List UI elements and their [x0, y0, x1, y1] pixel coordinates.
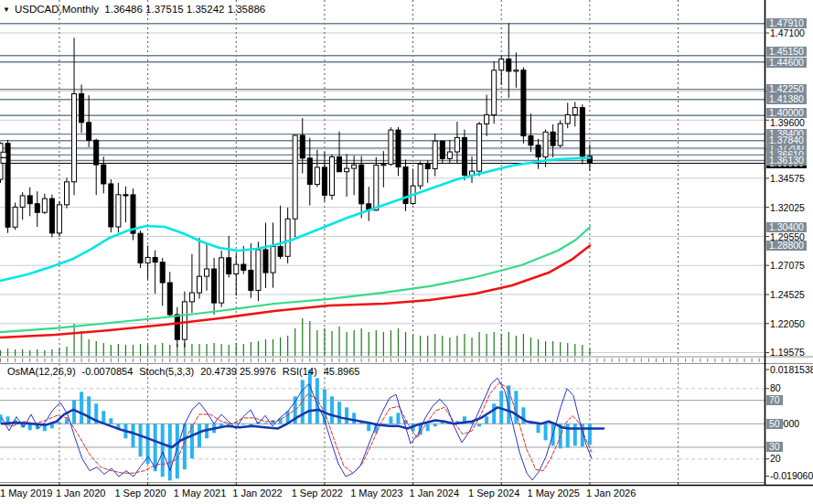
chart-canvas[interactable] — [0, 0, 813, 504]
date-label: 1 May 2019 — [0, 488, 52, 499]
price-badge: 1.36130 — [766, 155, 807, 166]
osma-bar — [477, 424, 481, 426]
osma-bar — [588, 424, 592, 445]
candle-body — [64, 182, 69, 205]
time-axis[interactable]: 1 May 20191 Jan 20201 Sep 20201 May 2021… — [0, 488, 813, 502]
date-label: 1 Jan 2024 — [410, 488, 459, 499]
candle-body — [145, 257, 150, 263]
candle-body — [219, 258, 224, 303]
candle-body — [57, 205, 61, 233]
osma-bar — [345, 407, 348, 424]
osma-bar — [131, 424, 134, 447]
rsi-value: 45.8965 — [324, 366, 360, 377]
price-scale-axis[interactable]: 1.471001.396001.345751.320251.295501.270… — [765, 0, 813, 485]
osma-bar — [154, 424, 157, 471]
candle-body — [167, 283, 172, 315]
candle-body — [205, 269, 209, 276]
osma-bar — [507, 385, 510, 424]
osma-bar — [492, 403, 496, 424]
indicator-labels-row: OsMA(12,26,9)-0.0070854Stoch(5,3,3)20.47… — [7, 366, 366, 377]
candle-body — [212, 269, 217, 303]
stoch-main-line — [2, 378, 592, 480]
osma-bar — [330, 396, 334, 424]
candle-body — [536, 145, 540, 157]
date-label: 1 Sep 2020 — [114, 488, 166, 499]
osma-bar — [161, 424, 165, 477]
osma-bar — [241, 424, 245, 424]
osma-bar — [168, 424, 172, 480]
date-label: 1 May 2021 — [174, 488, 226, 499]
candle-body — [558, 123, 562, 145]
indicator-scale-badge: 50 — [766, 419, 783, 429]
date-label: 1 Sep 2024 — [468, 488, 519, 499]
candle-body — [227, 258, 231, 274]
candle-body — [72, 93, 77, 181]
stoch-value: 20.4739 25.9976 — [200, 366, 276, 377]
collapse-icon[interactable]: ▼ — [3, 5, 10, 14]
osma-bar — [198, 424, 201, 447]
candle-body — [447, 152, 452, 158]
candle-body — [249, 270, 253, 290]
osma-bar — [514, 391, 518, 424]
candle-body — [109, 184, 113, 227]
candle-body — [345, 168, 349, 172]
osma-bar — [537, 424, 540, 433]
candle-body — [271, 246, 275, 273]
osma-bar — [308, 370, 312, 424]
horizontal-line-handle — [1, 152, 6, 157]
candle-body — [13, 207, 17, 227]
osma-bar — [0, 414, 3, 424]
price-label: 1.19575 — [770, 348, 805, 358]
osma-bar — [58, 422, 61, 424]
candle-body — [485, 115, 489, 124]
price-badge: 1.44600 — [766, 58, 807, 68]
price-label: 1.22050 — [770, 319, 805, 329]
candle-body — [182, 302, 187, 339]
candle-body — [418, 165, 423, 187]
price-label: 1.24525 — [770, 290, 805, 300]
candle-body — [543, 132, 548, 156]
candle-body — [425, 165, 430, 169]
price-badge: 1.37840 — [766, 135, 807, 145]
candle-body — [285, 219, 290, 256]
candle-body — [565, 114, 570, 123]
price-badge: 1.30400 — [766, 222, 807, 232]
osma-value: -0.0070854 — [82, 366, 134, 377]
osma-bar — [183, 424, 187, 469]
price-badge: 1.28800 — [766, 241, 807, 251]
chart-header: ▼USDCAD,Monthly 1.36486 1.37515 1.35242 … — [3, 4, 265, 15]
candle-body — [102, 165, 106, 184]
candle-body — [278, 246, 283, 256]
rsi-label: RSI(14) — [283, 366, 317, 377]
candle-body — [580, 108, 584, 156]
candle-body — [329, 156, 334, 195]
symbol-period-label: USDCAD,Monthly — [15, 4, 99, 15]
osma-bar — [272, 420, 275, 424]
osma-bar — [352, 413, 356, 424]
osma-bar — [337, 402, 341, 424]
candle-body — [477, 124, 482, 172]
candle-body — [94, 140, 99, 165]
candle-body — [389, 130, 393, 164]
osma-bar — [544, 424, 548, 440]
candle-body — [197, 276, 201, 293]
candle-body — [153, 257, 157, 262]
osma-bar — [87, 396, 91, 424]
osma-bar — [323, 389, 326, 424]
candle-body — [322, 167, 326, 196]
candle-body — [374, 166, 379, 210]
osma-bar — [396, 413, 400, 424]
date-label: 1 Sep 2022 — [292, 488, 343, 499]
osma-bar — [485, 416, 488, 424]
candle-body — [293, 135, 297, 219]
date-label: 1 Jan 2020 — [56, 488, 105, 499]
candle-body — [123, 195, 128, 196]
candle-body — [433, 141, 437, 168]
candle-body — [263, 250, 268, 273]
candle-body — [87, 123, 91, 140]
candle-body — [35, 204, 39, 213]
candle-body — [521, 70, 526, 136]
osma-bar — [65, 418, 69, 424]
osma-label: OsMA(12,26,9) — [7, 366, 76, 377]
candle-body — [529, 136, 533, 145]
